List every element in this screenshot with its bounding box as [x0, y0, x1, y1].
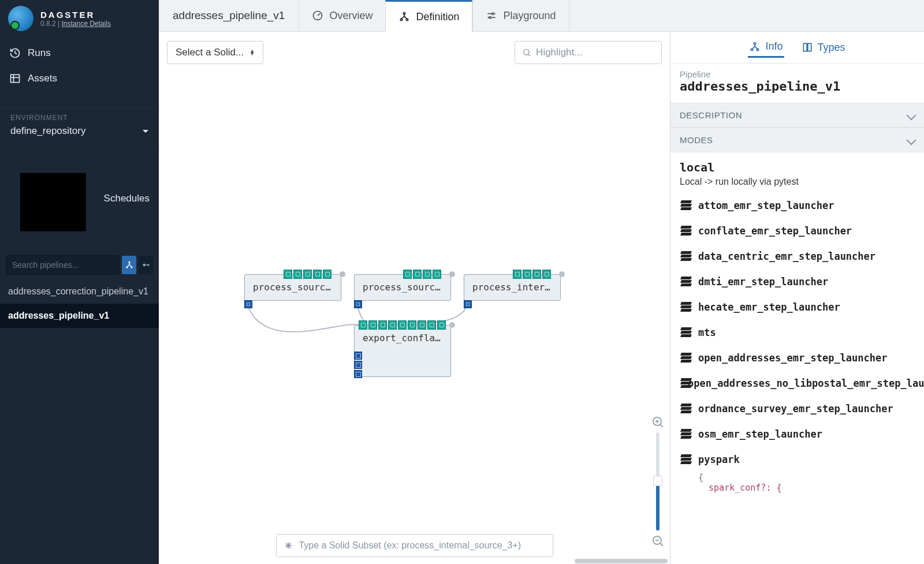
- layers-icon: [681, 277, 691, 287]
- dagster-logo: [8, 6, 33, 31]
- tab-playground-label: Playground: [503, 10, 556, 22]
- section-modes[interactable]: MODES: [670, 128, 924, 152]
- solid-process-source-2[interactable]: process_source_2: [354, 274, 451, 301]
- resource-item[interactable]: open_addresses_no_libpostal_emr_step_lau…: [670, 371, 924, 396]
- zoom-out-button[interactable]: [651, 534, 665, 548]
- brand-block: DAGSTER 0.8.2 | Instance Details: [0, 0, 159, 40]
- pipeline-search-row: [0, 251, 159, 279]
- tab-overview[interactable]: Overview: [299, 0, 385, 31]
- config-dot-icon: [559, 271, 565, 277]
- svg-point-10: [143, 264, 145, 266]
- svg-point-17: [489, 17, 491, 18]
- section-description[interactable]: DESCRIPTION: [670, 103, 924, 128]
- resources-list: attom_emr_step_launcher conflate_emr_ste…: [670, 189, 924, 505]
- zoom-slider[interactable]: [656, 432, 660, 531]
- pipeline-graph-view-button[interactable]: [122, 256, 136, 274]
- layers-icon: [681, 353, 691, 363]
- svg-point-11: [147, 264, 149, 266]
- svg-point-13: [404, 13, 405, 14]
- main: addresses_pipeline_v1 Overview Definitio…: [159, 0, 924, 564]
- resource-item[interactable]: osm_emr_step_launcher: [670, 421, 924, 447]
- output-port: [464, 300, 472, 308]
- pipeline-item-addresses-v1[interactable]: addresses_pipeline_v1: [0, 304, 159, 328]
- svg-point-29: [757, 48, 759, 50]
- output-port: [244, 300, 252, 308]
- panel-tab-info-label: Info: [765, 40, 783, 53]
- panel-tab-types[interactable]: Types: [800, 38, 847, 57]
- environment-select[interactable]: define_repository: [6, 122, 153, 140]
- layers-icon: [681, 200, 691, 211]
- output-ports: [354, 352, 362, 378]
- tab-definition[interactable]: Definition: [385, 0, 472, 32]
- solid-process-source-1[interactable]: process_source_1: [244, 274, 341, 301]
- tab-playground[interactable]: Playground: [472, 0, 569, 31]
- svg-rect-3: [20, 173, 86, 231]
- panel-tabs: Info Types: [670, 32, 924, 64]
- scrollbar-thumb[interactable]: [575, 559, 668, 563]
- resource-item[interactable]: dmti_emr_step_launcher: [670, 269, 924, 294]
- horizontal-scrollbar[interactable]: [159, 558, 670, 564]
- brand-subtitle: 0.8.2 | Instance Details: [40, 20, 111, 28]
- resource-config-snippet: { spark_conf?: {: [670, 472, 924, 493]
- resource-item[interactable]: data_centric_emr_step_launcher: [670, 244, 924, 269]
- layers-icon: [681, 404, 691, 414]
- gauge-icon: [312, 10, 323, 21]
- layers-icon: [681, 429, 691, 439]
- solid-process-internal-source[interactable]: process_internal_s…: [464, 274, 561, 301]
- svg-point-27: [754, 42, 756, 44]
- solid-export-conflated[interactable]: export_conflated_u…: [354, 325, 451, 377]
- caret-down-icon: [143, 130, 148, 136]
- chevron-down-icon: [907, 110, 916, 120]
- resource-item[interactable]: pyspark: [670, 447, 924, 472]
- panel-supertitle: Pipeline: [680, 69, 915, 79]
- brand-version: 0.8.2: [40, 20, 56, 28]
- panel-tab-types-label: Types: [818, 42, 845, 54]
- solid-subset-box[interactable]: [276, 534, 553, 557]
- zoom-slider-handle[interactable]: [653, 476, 662, 486]
- pipeline-search-input[interactable]: [6, 255, 120, 275]
- solid-subset-input[interactable]: [299, 540, 545, 551]
- config-dot-icon: [449, 271, 455, 277]
- instance-details-link[interactable]: Instance Details: [62, 20, 111, 28]
- table-icon: [9, 73, 21, 84]
- environment-label: ENVIRONMENT: [6, 114, 153, 122]
- pipeline-item-addresses-correction[interactable]: addresses_correction_pipeline_v1: [0, 279, 159, 304]
- zoom-in-button[interactable]: [651, 415, 665, 429]
- nav-assets[interactable]: Assets: [0, 66, 159, 91]
- pipeline-list-view-button[interactable]: [139, 256, 153, 274]
- details-panel: Info Types Pipeline addresses_pipeline_v…: [670, 32, 924, 564]
- graph-icon: [125, 260, 134, 270]
- tabs: Overview Definition Playground: [299, 0, 569, 31]
- section-modes-label: MODES: [680, 135, 713, 145]
- sliders-icon: [486, 10, 497, 21]
- svg-point-15: [407, 18, 408, 20]
- zoom-control: [650, 415, 665, 548]
- resource-item[interactable]: ordnance_survey_emr_step_launcher: [670, 396, 924, 421]
- resource-item[interactable]: hecate_emr_step_launcher: [670, 294, 924, 320]
- nav-schedules[interactable]: Schedules: [0, 147, 159, 251]
- panel-tab-info[interactable]: Info: [748, 37, 784, 58]
- zoom-in-icon: [651, 415, 665, 429]
- svg-point-9: [131, 266, 132, 268]
- nav-runs[interactable]: Runs: [0, 40, 159, 66]
- resource-item[interactable]: mts: [670, 320, 924, 345]
- content: Select a Solid... ▲▼: [159, 32, 924, 564]
- config-dot-icon: [340, 271, 345, 277]
- panel-body: Pipeline addresses_pipeline_v1 DESCRIPTI…: [670, 64, 924, 564]
- panel-title: addresses_pipeline_v1: [680, 79, 915, 94]
- graph-canvas[interactable]: Select a Solid... ▲▼: [159, 32, 670, 564]
- section-description-label: DESCRIPTION: [680, 110, 742, 120]
- tab-definition-label: Definition: [416, 11, 459, 23]
- input-ports: [513, 270, 551, 279]
- config-dot-icon: [449, 322, 455, 328]
- resource-item[interactable]: attom_emr_step_launcher: [670, 193, 924, 218]
- calendar-icon: [9, 155, 97, 242]
- resource-item[interactable]: open_addresses_emr_step_launcher: [670, 345, 924, 371]
- layers-icon: [681, 327, 691, 338]
- resource-item[interactable]: conflate_emr_step_launcher: [670, 218, 924, 244]
- layers-icon: [681, 251, 691, 262]
- svg-rect-0: [11, 74, 20, 82]
- chevron-down-icon: [907, 135, 916, 145]
- svg-point-14: [401, 18, 403, 20]
- tree-icon: [398, 11, 410, 23]
